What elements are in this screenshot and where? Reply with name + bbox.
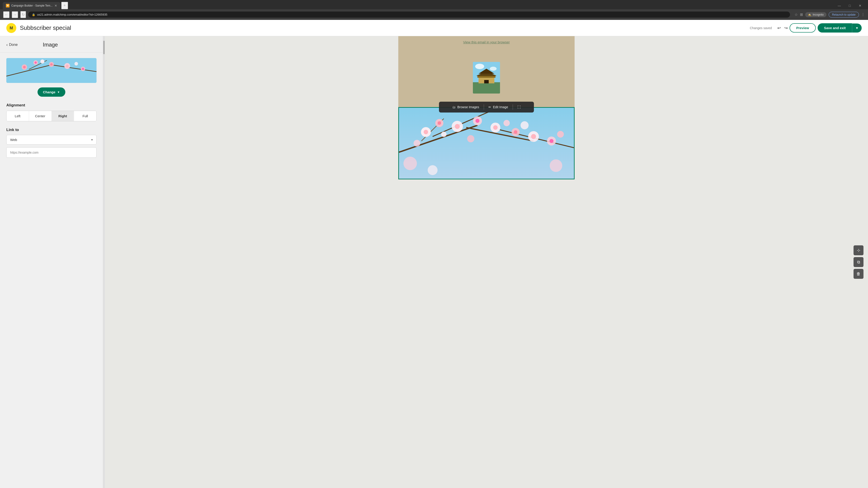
svg-point-35 [424, 130, 428, 134]
sidebar-panel-title: Image [43, 41, 71, 48]
svg-point-9 [35, 61, 37, 64]
top-nav: M Subbscriber special Changes saved ↩ ↪ … [0, 20, 868, 36]
svg-rect-21 [473, 82, 500, 94]
link-to-section: Link to Web Email Phone File [6, 128, 96, 158]
change-image-button[interactable]: Change ▼ [37, 88, 65, 97]
edit-image-icon: ✏ [489, 105, 491, 109]
svg-point-50 [414, 140, 421, 147]
tab-close-button[interactable]: ✕ [55, 4, 57, 7]
alignment-buttons: Left Center Right Full [6, 111, 96, 121]
browser-actions: ☆ ⊞ 🕵 Incognito Relaunch to update ⋮ [795, 12, 865, 18]
incognito-badge: 🕵 Incognito [805, 12, 827, 17]
done-button[interactable]: ‹ Done [6, 42, 18, 47]
svg-rect-2 [6, 58, 96, 83]
svg-point-7 [23, 66, 26, 68]
side-tools: ⊹ ⧉ 🗑 [854, 246, 864, 279]
cherry-blossom-section[interactable] [398, 107, 575, 180]
tab-favicon: M [6, 4, 9, 7]
done-back-arrow: ‹ [6, 42, 8, 47]
scrollbar-thumb[interactable] [103, 41, 105, 54]
back-button[interactable]: ← [3, 11, 9, 18]
svg-point-53 [503, 120, 510, 126]
crop-image-button[interactable]: ⛶ [514, 103, 524, 111]
tab-title: Campaign Builder - Sample Tem... [11, 4, 53, 7]
svg-point-20 [490, 67, 497, 71]
maximize-button[interactable]: □ [844, 2, 855, 9]
sidebar-panel-content: Change ▼ Alignment Left Center Right Ful… [0, 53, 103, 168]
url-bar[interactable]: 🔒 us21.admin.mailchimp.com/email/editor?… [28, 11, 790, 18]
svg-point-41 [475, 119, 479, 123]
menu-icon[interactable]: ⋮ [861, 12, 865, 17]
svg-text:M: M [10, 26, 13, 30]
svg-rect-26 [484, 80, 489, 84]
mailchimp-logo: M [6, 23, 16, 33]
redo-button[interactable]: ↪ [782, 24, 789, 32]
svg-point-17 [74, 62, 78, 66]
refresh-button[interactable]: ↻ [20, 11, 26, 18]
image-preview [6, 58, 96, 83]
svg-point-49 [550, 139, 554, 143]
sidebar-scrollbar[interactable] [103, 36, 105, 488]
edit-image-button[interactable]: ✏ Edit Image [485, 103, 512, 111]
new-tab-button[interactable]: + [61, 2, 68, 9]
delete-icon: 🗑 [857, 271, 861, 276]
align-center-button[interactable]: Center [29, 111, 51, 121]
app: M Subbscriber special Changes saved ↩ ↪ … [0, 20, 868, 488]
minimize-button[interactable]: — [834, 2, 844, 9]
svg-point-39 [455, 124, 460, 129]
active-tab[interactable]: M Campaign Builder - Sample Tem... ✕ [3, 2, 60, 9]
sidebar: ‹ Done Image [0, 36, 103, 488]
undo-button[interactable]: ↩ [776, 24, 782, 32]
campaign-title: Subbscriber special [20, 24, 71, 31]
svg-point-58 [550, 159, 562, 172]
url-input[interactable] [6, 147, 96, 158]
save-exit-dropdown-button[interactable]: ▼ [852, 24, 862, 33]
view-in-browser-link[interactable]: View this email in your browser [463, 40, 510, 44]
main-content: ‹ Done Image [0, 36, 868, 488]
preview-image [6, 58, 96, 83]
move-icon: ⊹ [857, 248, 860, 253]
alignment-label: Alignment [6, 103, 96, 107]
link-type-select[interactable]: Web Email Phone File [6, 135, 96, 144]
svg-point-14 [81, 67, 85, 71]
change-dropdown-icon: ▼ [57, 91, 60, 94]
browse-images-icon: 🗂 [452, 105, 456, 109]
svg-point-54 [521, 121, 529, 129]
relaunch-button[interactable]: Relaunch to update [829, 12, 859, 18]
edit-image-label: Edit Image [493, 105, 508, 109]
save-exit-button[interactable]: Save and exit [817, 23, 852, 33]
svg-point-16 [40, 59, 44, 64]
browse-images-button[interactable]: 🗂 Browse Images [449, 103, 483, 111]
close-window-button[interactable]: ✕ [855, 2, 865, 9]
bookmark-icon[interactable]: ☆ [795, 12, 798, 17]
changes-saved-status: Changes saved [750, 26, 772, 30]
align-full-button[interactable]: Full [74, 111, 96, 121]
svg-point-55 [557, 131, 564, 138]
forward-button[interactable]: → [12, 11, 18, 18]
sidebar-header: ‹ Done Image [0, 36, 103, 53]
temple-image [473, 62, 500, 94]
svg-point-8 [33, 60, 38, 65]
link-type-select-wrapper: Web Email Phone File [6, 135, 96, 144]
extension-icon[interactable]: ⊞ [800, 12, 803, 17]
canvas-area: View this email in your browser [105, 36, 868, 488]
move-tool-button[interactable]: ⊹ [854, 246, 864, 255]
svg-point-15 [82, 68, 84, 70]
canvas-scroll[interactable]: View this email in your browser [105, 36, 868, 488]
duplicate-icon: ⧉ [857, 260, 860, 265]
browse-images-label: Browse Images [457, 105, 479, 109]
svg-point-6 [22, 64, 27, 70]
svg-point-11 [51, 63, 53, 66]
duplicate-tool-button[interactable]: ⧉ [854, 257, 864, 267]
align-right-button[interactable]: Right [52, 111, 74, 121]
preview-button[interactable]: Preview [789, 23, 816, 33]
svg-point-56 [403, 157, 417, 170]
svg-point-37 [438, 121, 441, 125]
svg-point-10 [49, 62, 54, 67]
address-bar: ← → ↻ 🔒 us21.admin.mailchimp.com/email/e… [0, 9, 868, 20]
svg-point-12 [64, 63, 70, 69]
svg-point-45 [514, 130, 518, 134]
svg-line-5 [52, 65, 97, 72]
align-left-button[interactable]: Left [6, 111, 29, 121]
delete-tool-button[interactable]: 🗑 [854, 269, 864, 279]
